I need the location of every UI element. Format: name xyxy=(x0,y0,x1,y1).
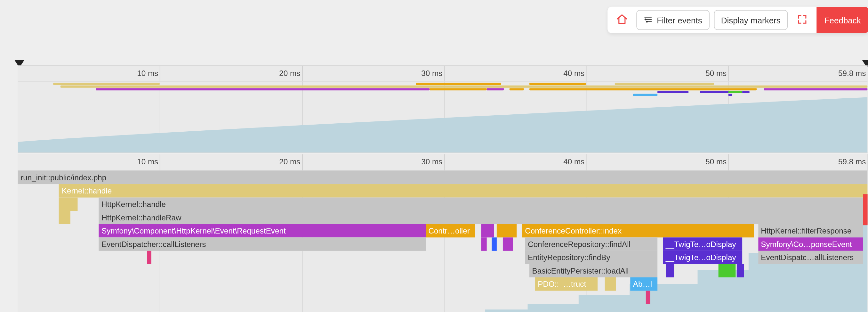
overview-span xyxy=(430,88,487,90)
flame-span[interactable]: HttpKernel::handle xyxy=(99,198,867,211)
ruler-tick: 50 ms xyxy=(728,66,729,81)
overview-span xyxy=(509,88,524,90)
flame-span[interactable] xyxy=(497,224,517,238)
ruler-tick-label: 50 ms xyxy=(705,69,726,78)
flame-span[interactable] xyxy=(59,198,78,211)
svg-point-3 xyxy=(645,19,646,20)
flame-row: run_init::public/index.php xyxy=(18,171,867,184)
overview-timeline[interactable]: 10 ms20 ms30 ms40 ms50 ms59.8 ms xyxy=(18,65,867,153)
scroll-indicator[interactable] xyxy=(863,194,868,225)
flame-span[interactable] xyxy=(481,224,494,238)
ruler-tick-label: 59.8 ms xyxy=(838,69,866,78)
ruler-tick: 20 ms xyxy=(302,154,303,170)
flame-span[interactable] xyxy=(503,237,513,251)
home-icon xyxy=(616,13,628,27)
filter-events-label: Filter events xyxy=(657,16,702,25)
overview-span xyxy=(764,88,867,90)
flame-span[interactable]: Contr…oller xyxy=(426,224,475,238)
display-markers-button[interactable]: Display markers xyxy=(714,10,788,30)
overview-span xyxy=(487,88,504,90)
flame-span[interactable] xyxy=(718,264,735,277)
filter-events-button[interactable]: Filter events xyxy=(636,10,709,30)
flame-span[interactable]: ConferenceRepository::findAll xyxy=(525,237,657,251)
flame-row: EntityRepository::findBy__TwigTe…oDispla… xyxy=(18,251,867,264)
overview-span xyxy=(96,88,430,90)
flame-span[interactable] xyxy=(492,237,497,251)
flame-span[interactable] xyxy=(604,277,616,291)
flame-row: PDO::_…tructAb…l xyxy=(18,277,867,291)
flame-span[interactable]: HttpKernel::filterResponse xyxy=(758,224,864,238)
flame-row xyxy=(18,291,867,304)
ruler-tick-label: 10 ms xyxy=(137,69,158,78)
flame-row: Kernel::handle xyxy=(18,184,867,198)
ruler-tick-label: 20 ms xyxy=(279,157,300,166)
overview-ruler: 10 ms20 ms30 ms40 ms50 ms59.8 ms xyxy=(18,66,867,81)
flame-span[interactable]: PDO::_…truct xyxy=(535,277,597,291)
flame-span[interactable] xyxy=(147,251,151,264)
overview-span xyxy=(615,83,714,85)
ruler-tick-label: 10 ms xyxy=(137,157,158,166)
flame-span[interactable]: Kernel::handle xyxy=(59,184,867,198)
flame-span[interactable] xyxy=(59,211,70,224)
flame-span[interactable]: EntityRepository::findBy xyxy=(525,251,657,264)
ruler-tick-label: 40 ms xyxy=(563,69,584,78)
ruler-tick: 40 ms xyxy=(586,154,587,170)
flame-row: Symfony\Component\HttpKernel\Event\Reque… xyxy=(18,224,867,238)
flame-span[interactable]: ConferenceController::index xyxy=(522,224,754,238)
flame-span[interactable]: BasicEntityPersister::loadAll xyxy=(529,264,657,277)
expand-icon xyxy=(797,14,807,26)
flame-row: HttpKernel::handleRaw xyxy=(18,211,867,224)
flame-span[interactable]: run_init::public/index.php xyxy=(18,171,867,184)
flame-span[interactable]: Symfony\Co…ponseEvent xyxy=(758,237,864,251)
flame-span[interactable]: __TwigTe…oDisplay xyxy=(663,237,743,251)
expand-button[interactable] xyxy=(792,10,812,30)
main-timeline[interactable]: 10 ms20 ms30 ms40 ms50 ms59.8 ms run_ini… xyxy=(18,154,867,312)
ruler-tick: 10 ms xyxy=(160,66,160,81)
flame-span[interactable]: HttpKernel::handleRaw xyxy=(99,211,867,224)
flame-span[interactable] xyxy=(481,237,487,251)
toolbar: Filter events Display markers Feedback xyxy=(608,7,868,33)
ruler-tick: 20 ms xyxy=(302,66,303,81)
ruler-tick-label: 59.8 ms xyxy=(838,157,866,166)
svg-point-4 xyxy=(646,21,647,22)
ruler-tick: 30 ms xyxy=(444,66,444,81)
flame-span[interactable] xyxy=(666,264,674,277)
ruler-tick-label: 20 ms xyxy=(279,69,300,78)
ruler-tick-label: 30 ms xyxy=(421,69,442,78)
overview-span xyxy=(743,91,750,93)
flame-row: EventDispatcher::callListenersConference… xyxy=(18,237,867,251)
svg-marker-5 xyxy=(18,97,867,152)
overview-span xyxy=(633,94,657,96)
ruler-tick: 50 ms xyxy=(728,154,729,170)
overview-span xyxy=(416,83,501,85)
flame-span[interactable]: __TwigTe…oDisplay xyxy=(663,251,743,264)
ruler-tick: 40 ms xyxy=(586,66,587,81)
ruler-tick: 30 ms xyxy=(444,154,444,170)
ruler-tick-label: 50 ms xyxy=(705,157,726,166)
flame-span[interactable] xyxy=(646,291,650,304)
main-ruler: 10 ms20 ms30 ms40 ms50 ms59.8 ms xyxy=(18,154,867,171)
feedback-label: Feedback xyxy=(825,16,861,25)
filter-icon xyxy=(644,15,653,25)
ruler-tick-label: 40 ms xyxy=(563,157,584,166)
overview-span xyxy=(728,94,732,96)
overview-span xyxy=(53,83,160,85)
overview-span xyxy=(61,86,868,88)
display-markers-label: Display markers xyxy=(721,16,781,25)
overview-span xyxy=(529,83,586,85)
flame-span[interactable]: Ab…l xyxy=(630,277,657,291)
flame-span[interactable] xyxy=(737,264,744,277)
flame-row: BasicEntityPersister::loadAll xyxy=(18,264,867,277)
feedback-button[interactable]: Feedback xyxy=(816,7,868,33)
flame-span[interactable]: EventDispatc…allListeners xyxy=(758,251,864,264)
overview-span xyxy=(529,88,756,90)
ruler-tick-label: 30 ms xyxy=(421,157,442,166)
flame-span[interactable]: EventDispatcher::callListeners xyxy=(99,237,425,251)
home-button[interactable] xyxy=(612,10,632,30)
flame-span[interactable]: Symfony\Component\HttpKernel\Event\Reque… xyxy=(99,224,425,238)
overview-span xyxy=(657,91,688,93)
overview-span xyxy=(728,91,742,93)
ruler-tick: 10 ms xyxy=(160,154,160,170)
flame-row: HttpKernel::handle xyxy=(18,198,867,211)
